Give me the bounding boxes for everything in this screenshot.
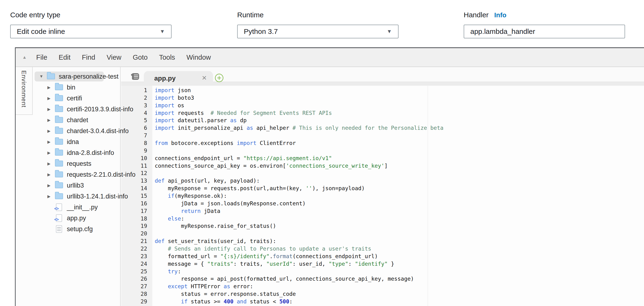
chevron-right-icon[interactable]: ▶ [48, 118, 55, 123]
handler-label: Handler [464, 11, 488, 19]
code-editor[interactable]: 1234567891011121314151617181920212223242… [121, 86, 644, 306]
tree-item-urllib3[interactable]: ▶urllib3 [16, 180, 120, 191]
environment-side-tab-label: Environment [16, 67, 28, 107]
menu-goto[interactable]: Goto [127, 53, 153, 61]
code-line: connections_source_api_key = os.environ[… [152, 162, 644, 170]
code-line [152, 170, 644, 177]
tree-item-urllib3-1.24.1.dist-info[interactable]: ▶urllib3-1.24.1.dist-info [16, 191, 120, 202]
tree-item-label: urllib3 [67, 182, 84, 189]
folder-icon [55, 193, 63, 199]
code-line: # Sends an identify call to Personas to … [152, 245, 644, 253]
tree-item-label: chardet-3.0.4.dist-info [67, 127, 129, 135]
code-line: import dateutil.parser as dp [152, 117, 644, 124]
line-number: 2 [121, 94, 152, 102]
tree-item-chardet[interactable]: ▶chardet [16, 115, 120, 126]
tree-item-setup.cfg[interactable]: ▶setup.cfg [16, 224, 120, 235]
menu-find[interactable]: Find [76, 53, 101, 61]
line-number: 29 [121, 298, 152, 306]
chevron-down-icon[interactable]: ▼ [39, 74, 47, 79]
chevron-right-icon[interactable]: ▶ [48, 150, 55, 155]
info-link[interactable]: Info [494, 11, 506, 19]
chevron-right-icon[interactable]: ▶ [48, 96, 55, 101]
line-number: 26 [121, 275, 152, 283]
tree-item-chardet-3.0.4.dist-info[interactable]: ▶chardet-3.0.4.dist-info [16, 126, 120, 136]
line-number: 23 [121, 253, 152, 260]
tree-item-label: requests [67, 160, 92, 167]
tree-item-requests-2.21.0.dist-info[interactable]: ▶requests-2.21.0.dist-info [16, 169, 120, 180]
code-line: if status >= 400 and status < 500: [152, 298, 644, 306]
code-line: else: [152, 215, 644, 223]
chevron-down-icon: ▼ [387, 28, 392, 34]
code-line: return jData [152, 208, 644, 215]
close-icon[interactable]: ✕ [202, 74, 207, 82]
line-number: 9 [121, 147, 152, 155]
menu-tools[interactable]: Tools [153, 53, 181, 61]
folder-icon [55, 182, 63, 188]
collapse-menubar-icon[interactable]: ▲ [22, 55, 27, 60]
code-entry-type-value: Edit code inline [17, 27, 65, 35]
tree-item-label: sara-personalize-test [59, 73, 118, 80]
folder-icon [55, 128, 63, 134]
chevron-right-icon[interactable]: ▶ [48, 107, 55, 112]
chevron-right-icon[interactable]: ▶ [48, 139, 55, 144]
editor-body: Environment ▼sara-personalize-test▶bin▶c… [16, 67, 644, 306]
chevron-right-icon[interactable]: ▶ [48, 194, 55, 199]
chevron-right-icon[interactable]: ▶ [48, 172, 55, 177]
menu-file[interactable]: File [30, 53, 53, 61]
folder-icon [55, 117, 63, 123]
menu-view[interactable]: View [101, 53, 127, 61]
add-tab-icon[interactable] [215, 73, 224, 82]
code-line: except HTTPError as error: [152, 283, 644, 290]
tree-item-label: chardet [67, 116, 88, 124]
code-line [152, 147, 644, 155]
folder-icon [55, 106, 63, 112]
tab-app-py[interactable]: app.py ✕ [144, 71, 213, 86]
menu-edit[interactable]: Edit [53, 53, 76, 61]
line-number: 10 [121, 155, 152, 162]
tab-list-icon[interactable] [132, 73, 139, 80]
code-line: import json [152, 87, 644, 94]
handler-input[interactable] [464, 25, 625, 38]
python-file-icon: <> [55, 203, 63, 211]
field-handler: Handler Info [464, 11, 625, 38]
chevron-right-icon[interactable]: ▶ [48, 161, 55, 166]
folder-icon [55, 150, 63, 156]
folder-icon [55, 171, 63, 177]
tree-item--init-.py[interactable]: ▶<>__init__.py [16, 202, 120, 213]
chevron-right-icon[interactable]: ▶ [48, 183, 55, 188]
runtime-label: Runtime [237, 11, 264, 19]
runtime-select[interactable]: Python 3.7 ▼ [237, 25, 398, 38]
code-line: def api_post(url, key, payload): [152, 177, 644, 185]
line-number: 21 [121, 238, 152, 245]
code-line: formatted_url = "{:s}/identify".format(c… [152, 253, 644, 260]
tree-item-idna-2.8.dist-info[interactable]: ▶idna-2.8.dist-info [16, 147, 120, 158]
code-line: import os [152, 102, 644, 109]
code-entry-type-select[interactable]: Edit code inline ▼ [10, 25, 172, 38]
environment-side-tab[interactable]: Environment [16, 67, 33, 115]
tree-item-label: bin [67, 84, 75, 91]
editor-main: app.py ✕ 1234567891011121314151617181920… [121, 67, 644, 306]
tree-item-requests[interactable]: ▶requests [16, 158, 120, 169]
folder-icon [55, 95, 63, 101]
chevron-right-icon[interactable]: ▶ [48, 85, 55, 90]
config-file-icon [55, 225, 63, 233]
folder-icon [55, 84, 63, 90]
tree-item-label: setup.cfg [67, 226, 93, 233]
tree-item-label: certifi [67, 95, 82, 102]
code-line: response = api_post(formatted_url, conne… [152, 275, 644, 283]
code-line: connections_endpoint_url = "https://api.… [152, 155, 644, 162]
line-number: 27 [121, 283, 152, 290]
code-line [152, 132, 644, 139]
code-line: if(myResponse.ok): [152, 192, 644, 200]
line-number: 24 [121, 260, 152, 268]
field-runtime: Runtime Python 3.7 ▼ [237, 11, 398, 38]
field-code-entry-type: Code entry type Edit code inline ▼ [10, 11, 172, 38]
menu-window[interactable]: Window [181, 53, 216, 61]
line-number: 5 [121, 117, 152, 124]
tree-item-app.py[interactable]: ▶<>app.py [16, 213, 120, 224]
line-number: 13 [121, 177, 152, 185]
chevron-right-icon[interactable]: ▶ [48, 129, 55, 134]
menu-items: FileEditFindViewGotoToolsWindow [30, 53, 216, 61]
code-area[interactable]: import jsonimport boto3import osimport r… [152, 86, 644, 306]
tree-item-idna[interactable]: ▶idna [16, 136, 120, 147]
